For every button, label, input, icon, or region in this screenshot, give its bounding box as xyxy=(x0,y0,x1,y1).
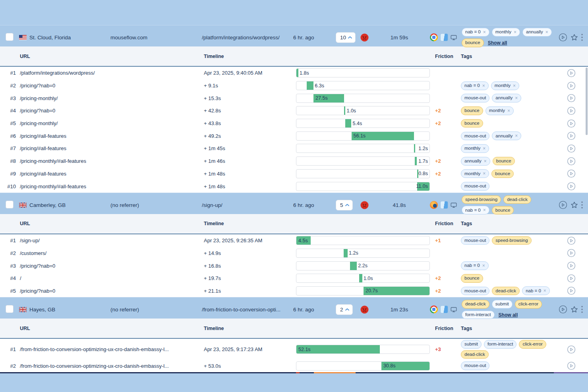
tag-pill-monthly[interactable]: monthly× xyxy=(492,28,520,37)
timeline-cell: 52.1s xyxy=(294,345,431,354)
more-options-button[interactable] xyxy=(581,201,583,209)
session-checkbox[interactable] xyxy=(6,305,14,313)
play-page-button[interactable] xyxy=(567,249,576,257)
session-checkbox[interactable] xyxy=(6,33,14,41)
tag-pill-bounce[interactable]: bounce xyxy=(461,119,483,128)
remove-tag-icon[interactable]: × xyxy=(545,30,548,35)
tag-pill-annually[interactable]: annually× xyxy=(492,94,521,102)
timeline-track: 20.7s xyxy=(296,286,430,295)
show-all-tags-link[interactable]: Show all xyxy=(499,313,518,317)
remove-tag-icon[interactable]: × xyxy=(515,133,518,138)
top-band xyxy=(0,0,588,25)
pages-count-selector[interactable]: 10 xyxy=(336,32,356,43)
tag-pill-mouse-out[interactable]: mouse-out xyxy=(461,94,489,102)
session-header-row: Hayes, GB (no referrer) /from-friction-t… xyxy=(0,297,588,319)
remove-tag-icon[interactable]: × xyxy=(544,288,546,293)
play-icon xyxy=(567,69,576,77)
play-page-button[interactable] xyxy=(567,361,576,370)
play-page-button[interactable] xyxy=(567,274,576,283)
play-session-button[interactable] xyxy=(559,33,567,42)
section-scrollbar-thumb[interactable] xyxy=(586,68,588,135)
tag-pill-annually[interactable]: annually× xyxy=(522,28,552,37)
remove-tag-icon[interactable]: × xyxy=(484,159,487,164)
tag-pill-nab-0[interactable]: nab = 0× xyxy=(461,261,489,270)
tag-pill-form-interact[interactable]: form-interact xyxy=(484,340,517,349)
remove-tag-icon[interactable]: × xyxy=(507,108,510,113)
pages-count-selector[interactable]: 5 xyxy=(336,200,353,210)
play-page-button[interactable] xyxy=(567,81,576,90)
tag-pill-mouse-out[interactable]: mouse-out xyxy=(461,287,489,295)
tag-pill-click-error[interactable]: click-error xyxy=(519,340,546,349)
tag-pill-monthly[interactable]: monthly× xyxy=(461,144,489,153)
tag-pill-bounce[interactable]: bounce xyxy=(492,206,514,215)
play-page-button[interactable] xyxy=(567,169,576,178)
play-page-button[interactable] xyxy=(567,131,576,140)
play-page-button[interactable] xyxy=(567,286,576,295)
play-page-button[interactable] xyxy=(567,106,576,115)
remove-tag-icon[interactable]: × xyxy=(482,83,485,88)
play-session-button[interactable] xyxy=(559,305,567,314)
tag-pill-bounce[interactable]: bounce xyxy=(493,157,515,166)
tag-pill-mouse-out[interactable]: mouse-out xyxy=(461,236,489,245)
tag-pill-nab-0[interactable]: nab = 0× xyxy=(522,286,550,295)
tag-pill-bounce[interactable]: bounce xyxy=(462,39,484,47)
remove-tag-icon[interactable]: × xyxy=(482,263,485,268)
remove-tag-icon[interactable]: × xyxy=(483,146,485,151)
tag-pill-speed-browsing[interactable]: speed-browsing xyxy=(492,236,531,245)
tag-pill-nab-0[interactable]: nab = 0× xyxy=(462,206,489,214)
more-options-button[interactable] xyxy=(581,306,583,313)
play-page-button[interactable] xyxy=(567,69,576,77)
tag-pill-nab-0[interactable]: nab = 0× xyxy=(461,81,489,90)
tag-pill-bounce[interactable]: bounce xyxy=(461,274,483,283)
page-timestamp: + 1m 45s xyxy=(200,145,294,151)
play-page-button[interactable] xyxy=(567,236,576,245)
page-row: #4 /pricing/?nab=0 + 42.8s 1.0s +2 bounc… xyxy=(0,104,588,117)
remove-tag-icon[interactable]: × xyxy=(514,30,516,35)
remove-tag-icon[interactable]: × xyxy=(483,208,486,212)
tag-pill-monthly[interactable]: monthly× xyxy=(461,169,489,178)
tag-pill-annually[interactable]: annually× xyxy=(492,131,521,140)
tag-pill-dead-click[interactable]: dead-click xyxy=(492,287,520,295)
tag-pill-bounce[interactable]: bounce xyxy=(461,106,483,115)
more-options-button[interactable] xyxy=(581,34,583,41)
tag-pill-dead-click[interactable]: dead-click xyxy=(461,350,489,359)
star-favorite-button[interactable] xyxy=(570,33,578,42)
play-page-button[interactable] xyxy=(567,261,576,270)
play-page-button[interactable] xyxy=(567,144,576,153)
remove-tag-icon[interactable]: × xyxy=(483,30,486,35)
tag-pill-annually[interactable]: annually× xyxy=(461,157,490,166)
star-favorite-button[interactable] xyxy=(570,305,578,314)
column-header-tags: Tags xyxy=(457,221,554,226)
tag-pill-monthly[interactable]: monthly× xyxy=(485,106,514,115)
tag-pill-mouse-out[interactable]: mouse-out xyxy=(461,182,489,191)
remove-tag-icon[interactable]: × xyxy=(515,96,518,100)
session-checkbox[interactable] xyxy=(6,201,14,209)
play-page-button[interactable] xyxy=(567,119,576,128)
tag-pill-mouse-out[interactable]: mouse-out xyxy=(461,132,489,141)
timeline-track: 2.2s xyxy=(296,261,430,270)
remove-tag-icon[interactable]: × xyxy=(483,171,485,176)
tag-pill-nab-0[interactable]: nab = 0× xyxy=(462,28,489,37)
pages-count-selector[interactable]: 2 xyxy=(336,304,353,315)
play-session-button[interactable] xyxy=(559,201,567,209)
tag-pill-dead-click[interactable]: dead-click xyxy=(503,195,531,204)
tag-pill-monthly[interactable]: monthly× xyxy=(491,81,519,90)
play-page-button[interactable] xyxy=(567,94,576,102)
play-icon xyxy=(567,131,576,140)
star-favorite-button[interactable] xyxy=(570,201,578,209)
tag-pill-mouse-out[interactable]: mouse-out xyxy=(461,361,489,370)
tag-pill-bounce[interactable]: bounce xyxy=(491,170,514,178)
show-all-tags-link[interactable]: Show all xyxy=(488,41,507,45)
timeline-track: 1.7s xyxy=(296,156,430,166)
tag-pill-dead-click[interactable]: dead-click xyxy=(462,300,489,309)
tag-pill-click-error[interactable]: click-error xyxy=(515,300,542,309)
play-page-button[interactable] xyxy=(567,182,576,191)
remove-tag-icon[interactable]: × xyxy=(513,83,516,88)
play-page-button[interactable] xyxy=(567,157,576,166)
tag-pill-submit[interactable]: submit xyxy=(492,300,513,309)
tag-pill-speed-browsing[interactable]: speed-browsing xyxy=(462,195,501,204)
page-row: #9 /pricing/#all-features + 1m 48s 0.8s … xyxy=(0,168,588,180)
tag-pill-form-interact[interactable]: form-interact xyxy=(462,311,495,319)
play-page-button[interactable] xyxy=(567,345,576,354)
tag-pill-submit[interactable]: submit xyxy=(461,340,482,349)
